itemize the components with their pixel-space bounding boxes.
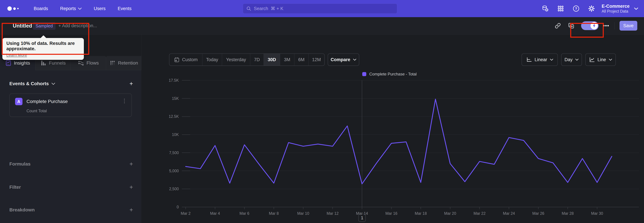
svg-text:Mar 30: Mar 30	[591, 211, 603, 215]
chevron-down-icon	[52, 83, 55, 85]
more-menu-button[interactable]: •••	[603, 23, 609, 29]
sampled-badge[interactable]: Sampled	[33, 22, 56, 30]
flows-icon	[78, 60, 84, 66]
compare-dropdown[interactable]: Compare	[328, 53, 359, 66]
range-30d-button[interactable]: 30D	[264, 54, 280, 66]
range-label: 30D	[268, 57, 276, 62]
range-7d-button[interactable]: 7D	[250, 54, 264, 66]
pagination-page-button[interactable]: 1	[358, 214, 366, 222]
tab-retention[interactable]: Retention	[106, 56, 142, 70]
svg-text:Mar 18: Mar 18	[415, 211, 427, 215]
range-3m-button[interactable]: 3M	[280, 54, 294, 66]
scale-label: Linear	[534, 57, 547, 62]
nav-item-users[interactable]: Users	[94, 6, 106, 11]
calendar-icon	[174, 57, 180, 62]
event-card[interactable]: A Complete Purchase ⋮ Count Total	[10, 93, 132, 117]
range-6m-button[interactable]: 6M	[294, 54, 308, 66]
svg-text:Mar 8: Mar 8	[269, 211, 279, 215]
linear-scale-icon	[526, 57, 532, 62]
search-icon	[246, 6, 251, 11]
add-formula-button[interactable]: +	[130, 161, 133, 167]
svg-text:15K: 15K	[172, 96, 179, 101]
share-link-icon[interactable]	[553, 21, 563, 31]
query-panel: Events & Cohorts + A Complete Purchase ⋮…	[0, 70, 142, 223]
nav-item-boards[interactable]: Boards	[34, 6, 48, 11]
logo-dot	[13, 8, 16, 10]
funnels-icon	[40, 60, 46, 66]
tooltip-text: Using 10% of data. Results are approxima…	[6, 41, 80, 51]
report-title-bar: Untitled Sampled + Add description... ••…	[0, 17, 644, 34]
nav-item-label: Events	[118, 6, 132, 11]
search-bar[interactable]	[243, 4, 397, 14]
events-cohorts-label: Events & Cohorts	[10, 81, 49, 86]
data-management-icon[interactable]	[540, 3, 550, 14]
settings-gear-icon[interactable]	[586, 3, 597, 14]
svg-text:Mar 6: Mar 6	[240, 211, 250, 215]
report-title[interactable]: Untitled	[13, 23, 32, 29]
tab-label: Retention	[118, 60, 138, 66]
add-breakdown-button[interactable]: +	[130, 207, 133, 213]
svg-text:5,000: 5,000	[169, 169, 179, 173]
insights-icon	[5, 60, 12, 66]
chart-type-label: Line	[598, 57, 606, 62]
duplicate-icon[interactable]	[566, 21, 576, 31]
add-filter-button[interactable]: +	[130, 184, 133, 190]
project-scope: All Project Data	[602, 9, 630, 14]
tab-label: Flows	[86, 60, 99, 66]
range-label: 12M	[312, 57, 321, 62]
search-input[interactable]	[254, 6, 394, 11]
project-switcher[interactable]: E-Commerce All Project Data	[602, 4, 638, 14]
event-name: Complete Purchase	[26, 99, 68, 104]
event-options-kebab[interactable]: ⋮	[122, 98, 127, 103]
compare-label: Compare	[330, 57, 350, 62]
retention-icon	[109, 60, 116, 66]
range-12m-button[interactable]: 12M	[308, 54, 324, 66]
events-cohorts-header[interactable]: Events & Cohorts	[10, 81, 55, 86]
svg-text:17.5K: 17.5K	[169, 78, 179, 82]
range-label: Custom	[182, 57, 198, 62]
formulas-section-label: Formulas	[10, 161, 30, 167]
line-chart-area[interactable]: 02,5005,0007,50010K12.5K15K17.5KMar 2Mar…	[148, 74, 644, 217]
svg-text:7,500: 7,500	[169, 151, 179, 155]
chevron-down-icon	[78, 8, 82, 10]
nav-icon-cluster: ? E-Commerce All Project Data	[540, 0, 644, 17]
chevron-down-icon	[634, 8, 638, 10]
svg-text:Mar 4: Mar 4	[210, 211, 220, 215]
chevron-down-icon	[609, 59, 612, 61]
event-aggregation[interactable]: Count Total	[26, 108, 47, 113]
range-today-button[interactable]: Today	[202, 54, 222, 66]
nav-item-reports[interactable]: Reports	[60, 6, 82, 11]
mixpanel-logo[interactable]	[8, 6, 22, 11]
add-description-button[interactable]: + Add description...	[58, 23, 97, 28]
scale-dropdown[interactable]: Linear	[522, 53, 558, 66]
range-label: 3M	[284, 57, 290, 62]
help-icon[interactable]: ?	[571, 3, 582, 14]
svg-text:Mar 22: Mar 22	[474, 211, 486, 215]
project-name: E-Commerce	[602, 4, 630, 9]
range-label: 6M	[298, 57, 304, 62]
save-button[interactable]: Save	[620, 21, 637, 31]
svg-text:Mar 28: Mar 28	[562, 211, 574, 215]
nav-item-events[interactable]: Events	[118, 6, 132, 11]
logo-dot	[17, 8, 18, 9]
svg-text:2,500: 2,500	[169, 187, 179, 191]
svg-text:?: ?	[575, 7, 577, 11]
svg-text:Mar 26: Mar 26	[532, 211, 544, 215]
chart-type-dropdown[interactable]: Line	[585, 53, 616, 66]
svg-text:Mar 24: Mar 24	[503, 211, 515, 215]
range-label: Yesterday	[226, 57, 246, 62]
events-live-toggle[interactable]	[581, 21, 598, 30]
svg-text:10K: 10K	[172, 133, 179, 137]
chevron-down-icon	[353, 59, 356, 61]
chevron-down-icon	[575, 59, 578, 61]
range-custom-button[interactable]: Custom	[170, 54, 202, 66]
add-event-button[interactable]: +	[130, 81, 133, 87]
range-label: 7D	[254, 57, 260, 62]
learn-more-link[interactable]: Learn More	[6, 53, 27, 57]
range-yesterday-button[interactable]: Yesterday	[222, 54, 250, 66]
top-nav: Boards Reports Users Events ? E-Commerce…	[0, 0, 644, 17]
sampling-tooltip: Using 10% of data. Results are approxima…	[2, 38, 84, 60]
tab-label: Insights	[14, 60, 30, 66]
apps-grid-icon[interactable]	[555, 3, 566, 14]
granularity-dropdown[interactable]: Day	[561, 53, 582, 66]
